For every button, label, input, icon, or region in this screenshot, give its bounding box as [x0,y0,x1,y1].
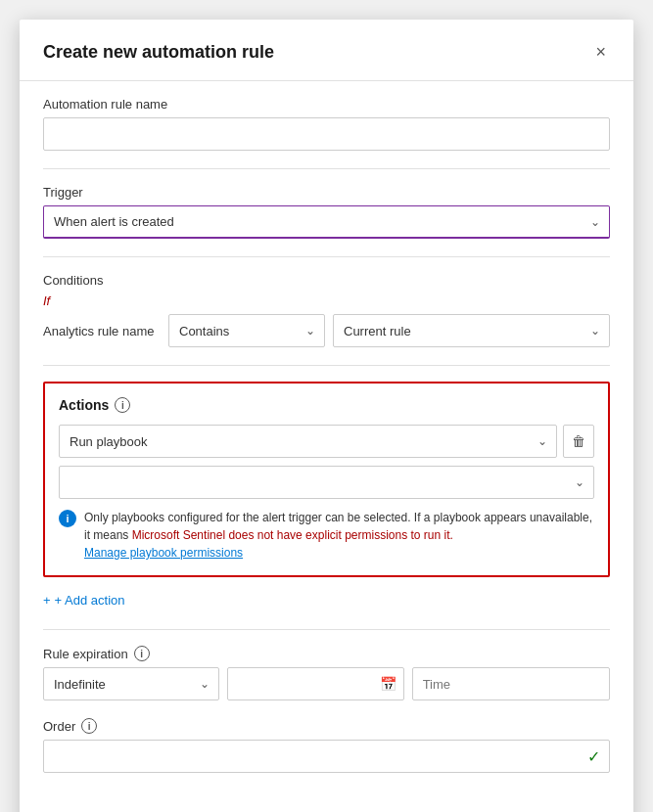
actions-info-text: Only playbooks configured for the alert … [84,509,594,562]
actions-box: Actions i Run playbook Assign owner Chan… [43,382,610,577]
close-button[interactable]: × [591,39,610,65]
automation-rule-name-input[interactable] [43,117,610,151]
add-action-label: + Add action [55,593,125,608]
conditions-row-label: Analytics rule name [43,324,161,338]
modal-header: Create new automation rule × [20,20,633,81]
add-action-plus-icon: + [43,593,51,608]
modal-title: Create new automation rule [43,42,274,63]
order-info-icon[interactable]: i [81,718,97,734]
action-row-2: ⌄ [59,466,594,499]
add-action-button[interactable]: + + Add action [43,589,125,611]
expiration-date-wrapper: 📅 [227,667,403,700]
rule-expiration-info-icon[interactable]: i [134,646,150,661]
expiration-select[interactable]: Indefinite Custom [43,667,219,700]
trigger-select-wrapper: When alert is created When incident is c… [43,205,610,239]
conditions-operator-wrapper: Contains Does not contain Equals Does no… [168,314,325,347]
expiration-date-input[interactable] [227,667,403,700]
order-input-wrapper: 1 ✓ [43,740,610,773]
action2-select[interactable] [59,466,594,499]
action2-select-wrapper: ⌄ [59,466,594,499]
conditions-label: Conditions [43,273,610,288]
trigger-label: Trigger [43,185,610,200]
trigger-group: Trigger When alert is created When incid… [43,185,610,239]
order-input[interactable]: 1 [43,740,610,773]
divider-3 [43,365,610,366]
actions-info-icon[interactable]: i [115,397,130,413]
conditions-value-wrapper: Current rule ⌄ [333,314,610,347]
conditions-operator-select[interactable]: Contains Does not contain Equals Does no… [168,314,325,347]
manage-playbook-permissions-link[interactable]: Manage playbook permissions [84,546,243,560]
automation-rule-name-label: Automation rule name [43,97,610,112]
info-circle-icon: i [59,510,76,527]
rule-expiration-label: Rule expiration [43,647,128,661]
trigger-select[interactable]: When alert is created When incident is c… [43,205,610,239]
divider-2 [43,256,610,257]
action1-select-wrapper: Run playbook Assign owner Change status … [59,425,557,458]
divider-1 [43,168,610,169]
automation-rule-name-group: Automation rule name [43,97,610,151]
order-group: Order i 1 ✓ [43,718,610,773]
action1-delete-button[interactable]: 🗑 [563,425,594,458]
expiration-time-input[interactable] [412,667,610,700]
order-check-icon: ✓ [587,747,600,766]
rule-expiration-group: Rule expiration i Indefinite Custom ⌄ 📅 [43,646,610,700]
action-row-1: Run playbook Assign owner Change status … [59,425,594,458]
order-label: Order [43,719,75,734]
actions-label: Actions [59,397,109,413]
actions-info-box: i Only playbooks configured for the aler… [59,509,594,562]
divider-4 [43,629,610,630]
expiration-select-wrapper: Indefinite Custom ⌄ [43,667,219,700]
action1-select[interactable]: Run playbook Assign owner Change status … [59,425,557,458]
conditions-if-label: If [43,293,610,308]
conditions-group: Conditions If Analytics rule name Contai… [43,273,610,347]
rule-expiration-row: Indefinite Custom ⌄ 📅 [43,667,610,700]
create-automation-rule-modal: Create new automation rule × Automation … [20,20,633,812]
conditions-row: Analytics rule name Contains Does not co… [43,314,610,347]
conditions-value-select[interactable]: Current rule [333,314,610,347]
modal-body: Automation rule name Trigger When alert … [20,81,633,812]
actions-header: Actions i [59,397,594,413]
